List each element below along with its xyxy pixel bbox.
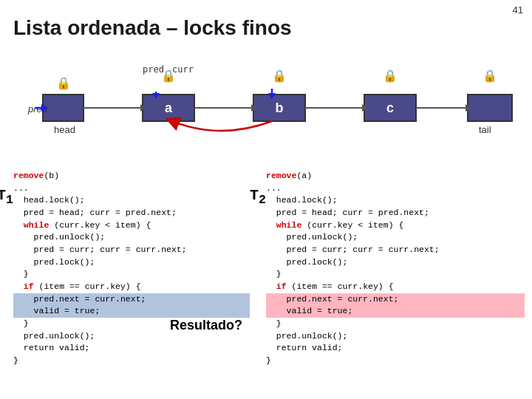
remove-a-arg: (a) <box>296 171 312 180</box>
svg-marker-25 <box>152 93 160 99</box>
line-brace1-2: } <box>266 269 282 279</box>
svg-text:🔒: 🔒 <box>56 76 71 90</box>
svg-text:a: a <box>165 100 173 115</box>
svg-text:curr: curr <box>172 64 194 75</box>
line-lock-1: pred.lock(); <box>13 257 95 267</box>
svg-text:b: b <box>276 100 284 115</box>
line-return-2: return valid; <box>266 343 343 352</box>
resultado-label: Resultado? <box>170 318 242 333</box>
svg-text:pred: pred <box>143 64 164 75</box>
line-if-1: if (item == curr.key) { <box>13 282 141 291</box>
svg-text:c: c <box>386 100 394 115</box>
code-right-body: ... head.lock(); pred = head; curr = pre… <box>266 183 525 367</box>
line-next-1: pred.next = curr.next; <box>13 293 250 306</box>
line-brace2-1: } <box>13 318 29 328</box>
svg-rect-3 <box>364 95 416 121</box>
line-head-lock-2: head.lock(); <box>266 195 338 205</box>
diagram-svg: a b c 🔒 🔒 🔒 🔒 🔒 pred pred curr <box>13 59 523 155</box>
code-left-body: ... head.lock(); pred = head; curr = pre… <box>13 183 250 367</box>
line-pred-curr-2: pred = head; curr = pred.next; <box>266 208 429 217</box>
svg-marker-24 <box>41 104 47 112</box>
line-lock-2: pred.lock(); <box>266 257 347 267</box>
line-unlock-2: pred.unlock(); <box>266 232 358 242</box>
line-while-1: while (curr.key < item) { <box>13 220 151 230</box>
svg-marker-9 <box>140 104 146 112</box>
code-left-header: remove(b) <box>13 170 250 183</box>
svg-marker-11 <box>251 104 257 112</box>
page-title: Lista ordenada – locks finos <box>13 16 292 40</box>
t2-label: T2 <box>250 185 266 209</box>
line-pred-curr-1: pred = head; curr = pred.next; <box>13 208 177 217</box>
line-head-lock-1: head.lock(); <box>13 195 85 205</box>
line-pred-unlock-1: pred.unlock(); <box>13 331 95 341</box>
code-left: T1 remove(b) ... head.lock(); pred = hea… <box>13 170 250 367</box>
svg-text:🔒: 🔒 <box>383 69 398 83</box>
svg-text:tail: tail <box>479 124 491 135</box>
linked-list-diagram: a b c 🔒 🔒 🔒 🔒 🔒 pred pred curr <box>13 59 523 155</box>
line-end-2: } <box>266 355 271 365</box>
code-right: T2 remove(a) ... head.lock(); pred = hea… <box>266 170 525 367</box>
t1-label: T1 <box>0 185 13 209</box>
code-right-header: remove(a) <box>266 170 525 183</box>
line-brace1-1: } <box>13 269 29 279</box>
svg-text:🔒: 🔒 <box>161 69 176 83</box>
svg-text:pred: pred <box>27 103 48 115</box>
svg-marker-15 <box>466 104 471 112</box>
line-valid-1: valid = true; <box>13 305 250 318</box>
svg-rect-4 <box>468 95 512 121</box>
svg-rect-2 <box>253 95 305 121</box>
svg-text:🔒: 🔒 <box>482 69 497 83</box>
line-dots-2: ... <box>266 183 282 193</box>
line-unlock-1: pred.unlock(); <box>13 232 105 242</box>
line-return-1: return valid; <box>13 343 90 352</box>
line-dots-1: ... <box>13 183 29 193</box>
line-advance-2: pred = curr; curr = curr.next; <box>266 245 440 254</box>
line-next-2: pred.next = curr.next; <box>266 293 525 306</box>
remove-a-keyword: remove <box>266 171 296 180</box>
line-if-2: if (item == curr.key) { <box>266 282 394 291</box>
line-valid-2: valid = true; <box>266 305 525 318</box>
remove-b-arg: (b) <box>44 171 59 180</box>
remove-b-keyword: remove <box>13 171 44 180</box>
slide-number: 41 <box>513 4 523 16</box>
svg-marker-13 <box>362 104 368 112</box>
line-while-2: while (curr.key < item) { <box>266 220 403 230</box>
line-brace2-2: } <box>266 318 282 328</box>
line-advance-1: pred = curr; curr = curr.next; <box>13 245 187 254</box>
svg-marker-26 <box>268 93 276 99</box>
svg-text:head: head <box>54 124 75 135</box>
svg-text:🔒: 🔒 <box>272 69 287 83</box>
line-end-1: } <box>13 355 18 365</box>
svg-rect-0 <box>43 95 83 121</box>
svg-rect-1 <box>143 95 194 121</box>
line-pred-unlock-2: pred.unlock(); <box>266 331 347 341</box>
